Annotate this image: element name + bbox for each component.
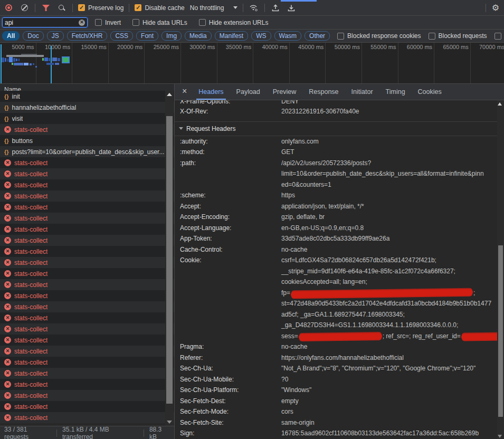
request-row[interactable]: {}buttons <box>0 135 174 146</box>
clear-filter-icon[interactable]: ✕ <box>79 20 85 26</box>
network-status-bar: 33 / 381 requests 35.1 kB / 4.4 MB trans… <box>0 426 174 439</box>
filter-input[interactable] <box>5 19 77 26</box>
request-row[interactable]: {}hannahelizabethofficial <box>0 102 174 113</box>
request-row[interactable]: ✕stats-collect <box>0 213 174 224</box>
clear-button[interactable] <box>19 3 30 13</box>
checkbox-invert[interactable]: Invert <box>95 19 121 26</box>
request-row[interactable]: ✕stats-collect <box>0 412 174 423</box>
waterfall-bar <box>62 56 70 63</box>
header-name: Sec-Fetch-Site: <box>180 417 281 428</box>
filter-pill-manifest[interactable]: Manifest <box>215 31 248 41</box>
request-row[interactable]: ✕stats-collect <box>0 246 174 257</box>
error-icon: ✕ <box>4 381 11 388</box>
network-overview-timeline[interactable]: 5000 ms10000 ms15000 ms20000 ms25000 ms3… <box>0 43 504 84</box>
request-headers-section[interactable]: Request Headers <box>175 121 497 136</box>
request-row[interactable]: ✕stats-collect <box>0 346 174 357</box>
scroll-down-icon[interactable] <box>167 421 172 424</box>
waterfall-bar <box>2 58 4 62</box>
request-row[interactable]: ✕stats-collect <box>0 202 174 213</box>
tab-timing[interactable]: Timing <box>379 84 412 100</box>
request-row[interactable]: ✕stats-collect <box>0 224 174 235</box>
scrollbar-thumb[interactable] <box>498 245 503 417</box>
request-row[interactable]: ✕stats-collect <box>0 124 174 135</box>
tab-initiator[interactable]: Initiator <box>345 84 379 100</box>
tab-preview[interactable]: Preview <box>267 84 302 100</box>
checkbox-unchecked-icon <box>132 19 139 26</box>
tab-headers[interactable]: Headers <box>192 84 230 100</box>
filter-pill-css[interactable]: CSS <box>110 31 133 41</box>
request-row[interactable]: ✕stats-collect <box>0 301 174 312</box>
request-row[interactable]: ✕stats-collect <box>0 379 174 390</box>
header-value-line: GET <box>281 147 497 158</box>
import-har-icon[interactable] <box>270 3 281 13</box>
settings-gear-icon[interactable]: ⚙ <box>490 3 501 13</box>
request-row[interactable]: ✕stats-collect <box>0 190 174 202</box>
request-row[interactable]: {}visit <box>0 113 174 124</box>
request-row[interactable]: {}init <box>0 91 174 102</box>
scrollbar-thumb[interactable] <box>166 116 173 404</box>
preserve-log-checkbox[interactable]: ✓ Preserve log <box>78 4 123 12</box>
checkbox-3rd-party-requests[interactable]: 3rd-party requests <box>495 32 504 40</box>
request-row[interactable]: ✕stats-collect <box>0 179 174 190</box>
record-button[interactable] <box>3 3 14 13</box>
checkbox-hide-data-urls[interactable]: Hide data URLs <box>132 19 187 26</box>
request-row[interactable]: ✕stats-collect <box>0 312 174 323</box>
request-name: stats-collect <box>14 392 47 399</box>
filter-pill-doc[interactable]: Doc <box>23 31 43 41</box>
header-value: cors <box>281 406 497 417</box>
checkbox-hide-extension-urls[interactable]: Hide extension URLs <box>199 19 269 26</box>
network-conditions-icon[interactable] <box>249 3 259 13</box>
request-row[interactable]: ✕stats-collect <box>0 323 174 335</box>
filter-pill-all[interactable]: All <box>2 31 20 41</box>
filter-pill-img[interactable]: Img <box>161 31 182 41</box>
request-row-selected[interactable]: {}posts?limit=10&order=publish_date_desc… <box>0 146 174 157</box>
filter-pill-ws[interactable]: WS <box>251 31 271 41</box>
request-list-scrollbar[interactable] <box>165 91 174 426</box>
request-row[interactable]: ✕stats-collect <box>0 390 174 401</box>
page-load-progress-strip <box>281 0 317 2</box>
filter-pill-js[interactable]: JS <box>47 31 64 41</box>
header-name: Sec-Ch-Ua-Mobile: <box>180 374 281 385</box>
filter-pill-fetch-xhr[interactable]: Fetch/XHR <box>67 31 108 41</box>
tab-payload[interactable]: Payload <box>230 84 267 100</box>
header-row: Sec-Fetch-Mode:cors <box>175 406 497 417</box>
request-name: stats-collect <box>14 337 47 344</box>
request-row[interactable]: ✕stats-collect <box>0 290 174 301</box>
request-row[interactable]: ✕stats-collect <box>0 368 174 379</box>
request-row[interactable]: ✕stats-collect <box>0 401 174 412</box>
checkbox-blocked-response-cookies[interactable]: Blocked response cookies <box>337 32 421 40</box>
filter-pill-other[interactable]: Other <box>305 31 330 41</box>
filter-pill-font[interactable]: Font <box>136 31 158 41</box>
header-value-line: 16785:5aad9602cf110608b03133de563642fac1… <box>281 428 497 439</box>
waterfall-bar <box>7 59 8 62</box>
disable-cache-checkbox[interactable]: ✓ Disable cache <box>135 4 184 12</box>
waterfall-bar <box>9 57 13 62</box>
request-row[interactable]: ✕stats-collect <box>0 168 174 179</box>
filter-pill-media[interactable]: Media <box>185 31 212 41</box>
filter-pill-wasm[interactable]: Wasm <box>274 31 302 41</box>
scroll-down-icon[interactable] <box>498 435 502 438</box>
scroll-up-icon[interactable] <box>498 102 502 106</box>
search-icon[interactable] <box>56 3 67 13</box>
close-icon[interactable]: × <box>179 87 192 97</box>
scroll-up-icon[interactable] <box>167 93 172 96</box>
request-row[interactable]: ✕stats-collect <box>0 268 174 279</box>
export-har-icon[interactable] <box>286 3 297 13</box>
checkbox-blocked-requests[interactable]: Blocked requests <box>429 32 487 40</box>
request-row[interactable]: ✕stats-collect <box>0 257 174 268</box>
header-value-line: ad5cf; _ga=GA1.1.689275447.1698003345; <box>281 309 504 320</box>
request-row[interactable]: ✕stats-collect <box>0 157 174 168</box>
toolbar-divider <box>129 4 129 12</box>
details-scrollbar[interactable] <box>497 100 504 439</box>
filter-bar: ✕ InvertHide data URLsHide extension URL… <box>0 16 504 30</box>
request-name: stats-collect <box>14 237 47 244</box>
filter-icon[interactable] <box>41 3 51 13</box>
header-value: GET <box>281 147 497 158</box>
tab-response[interactable]: Response <box>302 84 345 100</box>
throttling-dropdown[interactable]: No throttling <box>190 4 238 12</box>
tab-cookies[interactable]: Cookies <box>412 84 448 100</box>
request-row[interactable]: ✕stats-collect <box>0 235 174 246</box>
request-row[interactable]: ✕stats-collect <box>0 279 174 290</box>
request-row[interactable]: ✕stats-collect <box>0 335 174 346</box>
request-row[interactable]: ✕stats-collect <box>0 357 174 368</box>
